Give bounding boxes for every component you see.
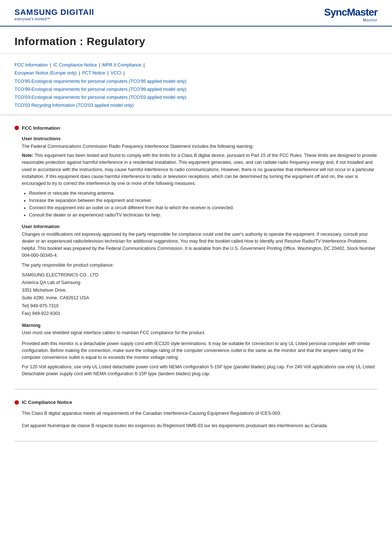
address-block: The party responsible for product compli… [22, 262, 377, 317]
syncmaster-sub-text: Monitor [324, 18, 377, 22]
user-instructions-subsection: User Instructions The Federal Communicat… [22, 136, 377, 219]
ic-section-dot [15, 400, 19, 405]
fcc-section-header: FCC Information [15, 125, 377, 131]
warning-text2: Provided with this monitor is a detachab… [22, 340, 377, 361]
nav-links: FCC Information | IC Compliance Notice |… [0, 54, 392, 115]
fcc-section: FCC Information User Instructions The Fe… [15, 119, 377, 390]
address-details: SAMSUNG ELECTRONICS CO., LTD America QA … [22, 271, 377, 318]
page-header: SAMSUNG DIGITAll everyone's invited™ Syn… [0, 0, 392, 27]
page-title-section: Information : Regulatory [0, 27, 392, 54]
warning-text1: User must use shielded signal interface … [22, 329, 377, 336]
nav-fcc-information[interactable]: FCC Information [15, 62, 48, 68]
nav-tco03-ecological[interactable]: TCO'03-Ecological requirements for perso… [15, 95, 187, 100]
fcc-section-title: FCC Information [22, 125, 60, 131]
page-title: Information : Regulatory [15, 35, 377, 48]
ic-section-header: IC Compliance Notice [15, 400, 377, 405]
samsung-logo: SAMSUNG DIGITAll everyone's invited™ [15, 8, 94, 21]
samsung-brand-text: SAMSUNG DIGITAll [15, 8, 94, 17]
bullet-1: Reorient or relocate the receiving anten… [29, 190, 377, 197]
ic-text2: Cet appareil Numérique de classe B respe… [22, 422, 377, 429]
note-text: This equipment has been tested and found… [22, 153, 377, 186]
warning-title: Warning [22, 323, 377, 328]
ic-text1: This Class B digital apparatus meets all… [22, 410, 377, 417]
nav-tco99[interactable]: TCO'99-Ecological requirements for perso… [15, 87, 187, 92]
user-instructions-title: User Instructions [22, 136, 377, 141]
nav-european-notice[interactable]: European Notice (Europe only) [15, 70, 77, 76]
user-instructions-intro: The Federal Communications Commission Ra… [22, 143, 377, 150]
samsung-tagline: everyone's invited™ [15, 17, 94, 21]
user-information-subsection: User Information Changes or modification… [22, 224, 377, 317]
user-instructions-note: Note: This equipment has been tested and… [22, 152, 377, 187]
warning-subsection: Warning User must use shielded signal in… [22, 323, 377, 377]
ic-section-title: IC Compliance Notice [22, 400, 72, 405]
nav-mpr-compliance[interactable]: MPR II Compliance [102, 62, 142, 68]
nav-vcci[interactable]: VCCI [111, 70, 122, 76]
samsung-brand-name: SAMSUNG DIGITAll [15, 8, 94, 17]
nav-ic-compliance[interactable]: IC Compliance Notice [53, 62, 97, 68]
nav-tco03-recycling[interactable]: TCO'03 Recycling Information (TCO'03 app… [15, 103, 134, 108]
bullet-4: Consult the dealer or an experienced rad… [29, 211, 377, 219]
address-intro: The party responsible for product compli… [22, 262, 377, 269]
user-information-text1: Changes or modifications not expressly a… [22, 231, 377, 259]
fcc-section-dot [15, 126, 19, 130]
ic-section: IC Compliance Notice This Class B digita… [15, 393, 377, 441]
syncmaster-logo: SyncMaster Monitor [324, 7, 377, 22]
note-bold: Note: [22, 153, 33, 158]
warning-text3: For 120 Volt applications, use only UL L… [22, 364, 377, 378]
nav-tco95[interactable]: TCO'95-Ecological requirements for perso… [15, 79, 187, 84]
user-instructions-bullets: Reorient or relocate the receiving anten… [29, 190, 377, 219]
nav-pct-notice[interactable]: PCT Notice [82, 70, 105, 76]
ic-content: This Class B digital apparatus meets all… [22, 410, 377, 429]
main-content: FCC Information User Instructions The Fe… [0, 115, 392, 453]
bullet-3: Connect the equipment into an outlet on … [29, 204, 377, 211]
syncmaster-brand-text: SyncMaster [324, 7, 377, 18]
user-information-title: User Information [22, 224, 377, 229]
bullet-2: Increase the separation between the equi… [29, 197, 377, 204]
